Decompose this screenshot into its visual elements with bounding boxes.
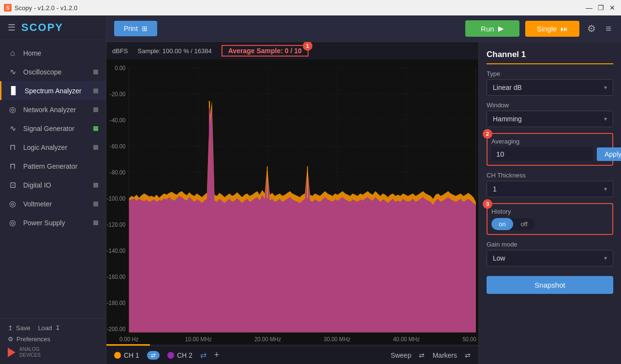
minimize-button[interactable]: — — [584, 3, 594, 13]
sidebar-item-voltmeter[interactable]: ◎ Voltmeter — [0, 194, 106, 213]
channel-bar: CH 1 ⇄ CH 2 ⇄ + Sweep ⇄ Markers ⇄ — [106, 346, 478, 364]
history-on-option[interactable]: on — [491, 218, 513, 230]
pattern-gen-icon: ⊓ — [8, 161, 17, 171]
load-label: Load — [38, 324, 52, 332]
type-value: Linear dB — [493, 84, 522, 91]
svg-text:30.00 MHz: 30.00 MHz — [324, 335, 350, 343]
save-button[interactable]: ↥ Save — [8, 324, 30, 332]
type-label: Type — [487, 70, 613, 77]
sidebar-item-home[interactable]: ⌂ Home — [0, 44, 106, 62]
apply-button[interactable]: Apply — [597, 147, 621, 161]
gain-mode-field: Gain mode Low ▾ — [487, 241, 613, 266]
svg-text:-100.00: -100.00 — [107, 195, 126, 202]
snapshot-button[interactable]: Snapshot — [487, 276, 613, 294]
save-label: Save — [16, 324, 30, 332]
avg-sample-box: Average Sample: 0 / 10 1 — [222, 45, 309, 57]
gain-mode-dropdown-arrow: ▾ — [604, 255, 607, 262]
svg-text:50.00 MHz: 50.00 MHz — [462, 335, 478, 343]
gain-mode-label: Gain mode — [487, 241, 613, 248]
chart-container: dBFS Sample: 100.00 % / 16384 Average Sa… — [106, 42, 621, 364]
home-icon: ⌂ — [8, 49, 17, 58]
sidebar-item-digital-io[interactable]: ⊡ Digital IO — [0, 175, 106, 194]
digital-io-indicator — [93, 183, 98, 188]
sidebar-item-oscilloscope[interactable]: ∿ Oscilloscope — [0, 62, 106, 81]
spectrum-icon: ▊ — [9, 86, 19, 95]
window-dropdown[interactable]: Hamming ▾ — [487, 111, 613, 127]
hamburger-icon[interactable]: ☰ — [8, 22, 15, 33]
run-button[interactable]: Run ▶ — [465, 20, 519, 37]
averaging-row: Apply — [491, 147, 608, 161]
close-button[interactable]: ✕ — [607, 3, 617, 13]
ch2-badge: CH 2 — [167, 351, 192, 359]
ch-thickness-field: CH Thickness 1 ▾ — [487, 172, 613, 197]
history-box: 3 History on off — [487, 203, 613, 235]
maximize-button[interactable]: ❐ — [596, 3, 606, 13]
svg-text:-200.00: -200.00 — [107, 325, 126, 333]
sidebar-item-signal-gen[interactable]: ∿ Signal Generator — [0, 119, 106, 138]
chart-svg-area: 0.00 -20.00 -40.00 -60.00 -80.00 -100.00… — [106, 59, 478, 344]
history-toggle[interactable]: on off — [491, 218, 535, 230]
ch-thickness-value: 1 — [493, 185, 497, 193]
main-content: Print ⊞ Run ▶ Single ⏭ ⚙ ≡ dBFS Sample: … — [106, 15, 621, 364]
single-icon: ⏭ — [561, 25, 568, 33]
window-dropdown-arrow: ▾ — [604, 116, 607, 122]
markers-label: Markers — [432, 351, 457, 359]
ch2-eq-icon[interactable]: ⇄ — [200, 350, 207, 360]
type-dropdown[interactable]: Linear dB ▾ — [487, 79, 613, 96]
ch2-dot — [167, 352, 174, 359]
badge-2: 2 — [483, 129, 492, 139]
badge-3: 3 — [483, 199, 492, 209]
averaging-input[interactable] — [491, 147, 593, 161]
preferences-label: Preferences — [16, 335, 50, 343]
voltmeter-icon: ◎ — [8, 199, 17, 208]
sidebar-footer: ↥ Save Load ↧ ⚙ Preferences ANALOGDEVICE… — [0, 318, 106, 364]
single-button[interactable]: Single ⏭ — [525, 21, 580, 37]
ch1-settings-button[interactable]: ⇄ — [147, 351, 160, 360]
svg-text:-60.00: -60.00 — [110, 143, 125, 150]
analog-devices-logo: ANALOGDEVICES — [8, 347, 98, 358]
svg-text:0.00: 0.00 — [115, 64, 125, 72]
sample-info: Sample: 100.00 % / 16384 — [138, 47, 212, 55]
sidebar-item-power-supply[interactable]: ◎ Power Supply — [0, 213, 106, 232]
gain-mode-dropdown[interactable]: Low ▾ — [487, 250, 613, 266]
analog-triangle-icon — [8, 348, 15, 357]
window-value: Hamming — [493, 115, 522, 123]
channel-title: Channel 1 — [487, 50, 613, 64]
ch1-dot — [114, 352, 121, 359]
avg-sample-text: Average Sample: 0 / 10 — [228, 47, 302, 55]
history-off-option[interactable]: off — [513, 218, 535, 230]
preferences-button[interactable]: ⚙ Preferences — [8, 335, 98, 343]
chart-area: dBFS Sample: 100.00 % / 16384 Average Sa… — [106, 42, 478, 364]
settings-button[interactable]: ⚙ — [585, 21, 598, 36]
titlebar-controls: — ❐ ✕ — [584, 3, 617, 13]
menu-button[interactable]: ≡ — [604, 21, 613, 36]
type-field: Type Linear dB ▾ — [487, 70, 613, 96]
spectrum-chart: 0.00 -20.00 -40.00 -60.00 -80.00 -100.00… — [106, 59, 478, 344]
svg-text:-40.00: -40.00 — [110, 116, 125, 124]
ch-thickness-dropdown[interactable]: 1 ▾ — [487, 181, 613, 197]
sidebar-item-logic[interactable]: ⊓ Logic Analyzer — [0, 138, 106, 157]
sidebar-item-oscilloscope-label: Oscilloscope — [23, 68, 61, 76]
sidebar-header: ☰ SCOPY — [0, 15, 106, 40]
oscilloscope-icon: ∿ — [8, 67, 17, 76]
svg-text:-140.00: -140.00 — [107, 247, 126, 254]
sidebar-item-network[interactable]: ◎ Network Analyzer — [0, 100, 106, 119]
titlebar-title: Scopy - v1.2.0 - v1.2.0 — [15, 4, 584, 12]
channel-bar-right: Sweep ⇄ Markers ⇄ — [391, 351, 471, 359]
sidebar-item-spectrum[interactable]: ▊ Spectrum Analyzer — [0, 81, 106, 100]
logic-indicator — [93, 145, 98, 150]
sweep-label: Sweep — [391, 351, 412, 359]
sidebar-item-pattern-gen[interactable]: ⊓ Pattern Generator — [0, 157, 106, 175]
print-label: Print — [124, 25, 138, 32]
markers-icon[interactable]: ⇄ — [465, 351, 471, 359]
add-channel-button[interactable]: + — [214, 350, 220, 360]
digital-io-icon: ⊡ — [8, 180, 17, 189]
load-button[interactable]: Load ↧ — [38, 324, 60, 332]
oscilloscope-indicator — [93, 70, 98, 74]
print-button[interactable]: Print ⊞ — [114, 21, 157, 36]
sidebar-item-signal-gen-label: Signal Generator — [23, 125, 74, 132]
sweep-icon[interactable]: ⇄ — [419, 351, 425, 359]
svg-text:20.00 MHz: 20.00 MHz — [254, 335, 281, 343]
app-icon: S — [4, 4, 12, 12]
voltmeter-indicator — [93, 202, 98, 206]
